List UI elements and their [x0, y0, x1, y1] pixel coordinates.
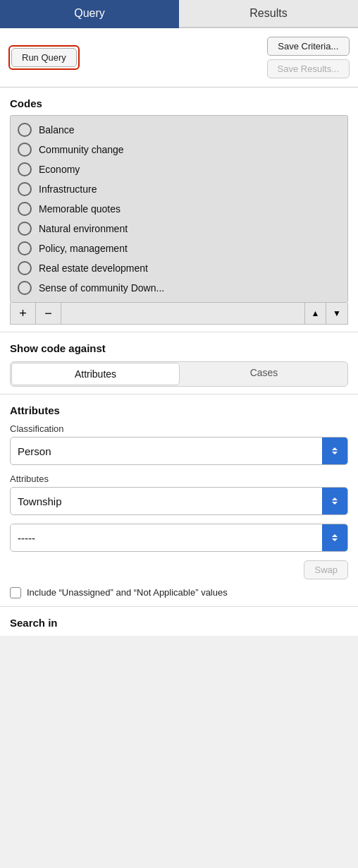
- classification-label: Classification: [10, 423, 348, 434]
- move-down-button[interactable]: ▼: [326, 303, 347, 324]
- list-item[interactable]: Community change: [11, 140, 347, 159]
- toggle-tab-attributes[interactable]: Attributes: [11, 363, 180, 385]
- attributes-section-title: Attributes: [10, 404, 348, 416]
- show-code-section: Show code against Attributes Cases: [0, 332, 358, 394]
- swap-row: Swap: [10, 560, 348, 579]
- search-in-title: Search in: [10, 617, 348, 629]
- list-item[interactable]: Sense of community Down...: [11, 278, 347, 298]
- chevron-updown-icon: [329, 445, 340, 457]
- chevron-updown-icon-2: [329, 495, 340, 507]
- codes-section: Codes Balance Community change Economy I…: [0, 88, 358, 332]
- attributes-section: Attributes Classification Person Attribu…: [0, 394, 358, 607]
- list-item[interactable]: Economy: [11, 159, 347, 179]
- checkbox-row: Include “Unassigned” and “Not Applicable…: [10, 586, 348, 599]
- code-label-natural: Natural environment: [39, 223, 128, 234]
- code-label-sense: Sense of community Down...: [39, 282, 164, 294]
- classification-arrow-icon[interactable]: [322, 438, 347, 464]
- radio-sense[interactable]: [18, 281, 32, 295]
- code-label-policy: Policy, management: [39, 243, 128, 254]
- search-in-section: Search in: [0, 607, 358, 636]
- action-row: Run Query Save Criteria... Save Results.…: [0, 28, 358, 88]
- attributes-arrow-icon[interactable]: [322, 488, 347, 514]
- code-label-memorable: Memorable quotes: [39, 203, 121, 215]
- radio-policy[interactable]: [18, 241, 32, 255]
- add-code-button[interactable]: +: [11, 303, 36, 324]
- remove-code-button[interactable]: −: [36, 303, 61, 324]
- code-label-economy: Economy: [39, 164, 80, 175]
- toggle-tab-cases[interactable]: Cases: [180, 362, 347, 386]
- move-up-button[interactable]: ▲: [305, 303, 326, 324]
- save-criteria-button[interactable]: Save Criteria...: [267, 37, 350, 56]
- radio-memorable[interactable]: [18, 202, 32, 216]
- codes-toolbar: + − ▲ ▼: [10, 303, 348, 325]
- attributes-label: Attributes: [10, 474, 348, 484]
- list-item[interactable]: Balance: [11, 120, 347, 140]
- chevron-updown-icon-3: [329, 532, 340, 543]
- save-results-button: Save Results...: [267, 59, 350, 78]
- include-unassigned-label: Include “Unassigned” and “Not Applicable…: [27, 586, 228, 599]
- list-item[interactable]: Policy, management: [11, 239, 347, 258]
- list-item[interactable]: Real estate development: [11, 258, 347, 278]
- radio-community-change[interactable]: [18, 143, 32, 157]
- classification-value: Person: [11, 440, 322, 463]
- second-attributes-arrow-icon[interactable]: [322, 524, 347, 551]
- list-item[interactable]: Memorable quotes: [11, 199, 347, 219]
- second-attributes-value: -----: [11, 526, 322, 550]
- list-item[interactable]: Natural environment: [11, 219, 347, 239]
- attributes-value: Township: [11, 490, 322, 513]
- radio-natural[interactable]: [18, 222, 32, 236]
- attributes-dropdown[interactable]: Township: [10, 487, 348, 515]
- tab-bar: Query Results: [0, 0, 358, 28]
- second-attributes-dropdown[interactable]: -----: [10, 524, 348, 552]
- radio-infrastructure[interactable]: [18, 182, 32, 196]
- tab-query[interactable]: Query: [0, 0, 179, 28]
- code-label-community-change: Community change: [39, 144, 124, 155]
- tab-results[interactable]: Results: [179, 0, 358, 28]
- list-item[interactable]: Infrastructure: [11, 179, 347, 199]
- codes-title: Codes: [10, 97, 348, 109]
- codes-list: Balance Community change Economy Infrast…: [10, 115, 348, 303]
- radio-economy[interactable]: [18, 162, 32, 176]
- radio-balance[interactable]: [18, 123, 32, 137]
- include-unassigned-checkbox[interactable]: [10, 587, 21, 598]
- show-code-title: Show code against: [10, 342, 348, 354]
- swap-button: Swap: [304, 560, 348, 579]
- code-label-balance: Balance: [39, 124, 75, 135]
- run-query-wrapper: Run Query: [8, 45, 80, 70]
- classification-dropdown[interactable]: Person: [10, 437, 348, 465]
- code-label-infrastructure: Infrastructure: [39, 183, 97, 195]
- app-container: Query Results Run Query Save Criteria...…: [0, 0, 358, 636]
- toolbar-spacer: [61, 303, 305, 324]
- radio-realestate[interactable]: [18, 261, 32, 275]
- save-group: Save Criteria... Save Results...: [267, 37, 350, 78]
- show-code-toggle: Attributes Cases: [10, 361, 348, 387]
- code-label-realestate: Real estate development: [39, 263, 148, 274]
- run-query-button[interactable]: Run Query: [11, 48, 77, 67]
